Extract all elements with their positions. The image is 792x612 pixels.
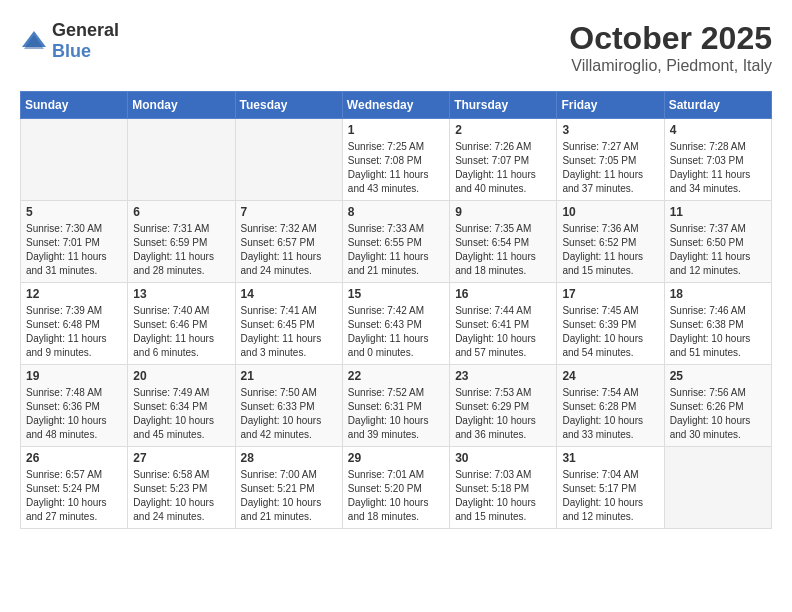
day-info: Sunrise: 7:45 AM Sunset: 6:39 PM Dayligh… [562, 304, 658, 360]
table-row [21, 119, 128, 201]
calendar-week-5: 26Sunrise: 6:57 AM Sunset: 5:24 PM Dayli… [21, 447, 772, 529]
header-saturday: Saturday [664, 92, 771, 119]
calendar-week-2: 5Sunrise: 7:30 AM Sunset: 7:01 PM Daylig… [21, 201, 772, 283]
header-thursday: Thursday [450, 92, 557, 119]
table-row: 31Sunrise: 7:04 AM Sunset: 5:17 PM Dayli… [557, 447, 664, 529]
logo-icon [20, 27, 48, 55]
day-info: Sunrise: 7:40 AM Sunset: 6:46 PM Dayligh… [133, 304, 229, 360]
table-row: 28Sunrise: 7:00 AM Sunset: 5:21 PM Dayli… [235, 447, 342, 529]
table-row: 15Sunrise: 7:42 AM Sunset: 6:43 PM Dayli… [342, 283, 449, 365]
calendar-week-4: 19Sunrise: 7:48 AM Sunset: 6:36 PM Dayli… [21, 365, 772, 447]
table-row [235, 119, 342, 201]
table-row: 22Sunrise: 7:52 AM Sunset: 6:31 PM Dayli… [342, 365, 449, 447]
table-row: 18Sunrise: 7:46 AM Sunset: 6:38 PM Dayli… [664, 283, 771, 365]
day-info: Sunrise: 7:35 AM Sunset: 6:54 PM Dayligh… [455, 222, 551, 278]
table-row: 25Sunrise: 7:56 AM Sunset: 6:26 PM Dayli… [664, 365, 771, 447]
day-number: 4 [670, 123, 766, 137]
table-row: 16Sunrise: 7:44 AM Sunset: 6:41 PM Dayli… [450, 283, 557, 365]
table-row: 30Sunrise: 7:03 AM Sunset: 5:18 PM Dayli… [450, 447, 557, 529]
day-info: Sunrise: 7:44 AM Sunset: 6:41 PM Dayligh… [455, 304, 551, 360]
logo: General Blue [20, 20, 119, 62]
day-number: 17 [562, 287, 658, 301]
day-info: Sunrise: 7:36 AM Sunset: 6:52 PM Dayligh… [562, 222, 658, 278]
table-row: 9Sunrise: 7:35 AM Sunset: 6:54 PM Daylig… [450, 201, 557, 283]
day-number: 7 [241, 205, 337, 219]
location-title: Villamiroglio, Piedmont, Italy [569, 57, 772, 75]
day-number: 12 [26, 287, 122, 301]
page-header: General Blue October 2025 Villamiroglio,… [20, 20, 772, 75]
title-block: October 2025 Villamiroglio, Piedmont, It… [569, 20, 772, 75]
day-info: Sunrise: 7:28 AM Sunset: 7:03 PM Dayligh… [670, 140, 766, 196]
day-number: 10 [562, 205, 658, 219]
day-number: 26 [26, 451, 122, 465]
header-friday: Friday [557, 92, 664, 119]
day-info: Sunrise: 7:03 AM Sunset: 5:18 PM Dayligh… [455, 468, 551, 524]
day-number: 1 [348, 123, 444, 137]
day-number: 14 [241, 287, 337, 301]
table-row: 23Sunrise: 7:53 AM Sunset: 6:29 PM Dayli… [450, 365, 557, 447]
day-info: Sunrise: 7:52 AM Sunset: 6:31 PM Dayligh… [348, 386, 444, 442]
day-info: Sunrise: 7:42 AM Sunset: 6:43 PM Dayligh… [348, 304, 444, 360]
header-sunday: Sunday [21, 92, 128, 119]
table-row: 6Sunrise: 7:31 AM Sunset: 6:59 PM Daylig… [128, 201, 235, 283]
table-row: 1Sunrise: 7:25 AM Sunset: 7:08 PM Daylig… [342, 119, 449, 201]
table-row: 12Sunrise: 7:39 AM Sunset: 6:48 PM Dayli… [21, 283, 128, 365]
calendar-table: Sunday Monday Tuesday Wednesday Thursday… [20, 91, 772, 529]
day-number: 9 [455, 205, 551, 219]
day-number: 28 [241, 451, 337, 465]
day-info: Sunrise: 7:33 AM Sunset: 6:55 PM Dayligh… [348, 222, 444, 278]
day-info: Sunrise: 7:32 AM Sunset: 6:57 PM Dayligh… [241, 222, 337, 278]
day-info: Sunrise: 7:31 AM Sunset: 6:59 PM Dayligh… [133, 222, 229, 278]
day-number: 18 [670, 287, 766, 301]
logo-general: General [52, 20, 119, 40]
table-row: 24Sunrise: 7:54 AM Sunset: 6:28 PM Dayli… [557, 365, 664, 447]
table-row [128, 119, 235, 201]
day-info: Sunrise: 7:50 AM Sunset: 6:33 PM Dayligh… [241, 386, 337, 442]
day-number: 5 [26, 205, 122, 219]
day-info: Sunrise: 7:56 AM Sunset: 6:26 PM Dayligh… [670, 386, 766, 442]
day-info: Sunrise: 7:46 AM Sunset: 6:38 PM Dayligh… [670, 304, 766, 360]
day-info: Sunrise: 7:27 AM Sunset: 7:05 PM Dayligh… [562, 140, 658, 196]
day-number: 11 [670, 205, 766, 219]
day-info: Sunrise: 7:25 AM Sunset: 7:08 PM Dayligh… [348, 140, 444, 196]
logo-text: General Blue [52, 20, 119, 62]
logo-blue: Blue [52, 41, 91, 61]
header-wednesday: Wednesday [342, 92, 449, 119]
table-row: 27Sunrise: 6:58 AM Sunset: 5:23 PM Dayli… [128, 447, 235, 529]
calendar-week-3: 12Sunrise: 7:39 AM Sunset: 6:48 PM Dayli… [21, 283, 772, 365]
day-number: 16 [455, 287, 551, 301]
day-info: Sunrise: 7:39 AM Sunset: 6:48 PM Dayligh… [26, 304, 122, 360]
calendar-header-row: Sunday Monday Tuesday Wednesday Thursday… [21, 92, 772, 119]
day-number: 22 [348, 369, 444, 383]
day-number: 8 [348, 205, 444, 219]
table-row: 17Sunrise: 7:45 AM Sunset: 6:39 PM Dayli… [557, 283, 664, 365]
day-number: 31 [562, 451, 658, 465]
table-row: 14Sunrise: 7:41 AM Sunset: 6:45 PM Dayli… [235, 283, 342, 365]
day-info: Sunrise: 7:48 AM Sunset: 6:36 PM Dayligh… [26, 386, 122, 442]
day-number: 27 [133, 451, 229, 465]
day-info: Sunrise: 6:58 AM Sunset: 5:23 PM Dayligh… [133, 468, 229, 524]
calendar-week-1: 1Sunrise: 7:25 AM Sunset: 7:08 PM Daylig… [21, 119, 772, 201]
day-number: 24 [562, 369, 658, 383]
day-info: Sunrise: 7:54 AM Sunset: 6:28 PM Dayligh… [562, 386, 658, 442]
table-row: 3Sunrise: 7:27 AM Sunset: 7:05 PM Daylig… [557, 119, 664, 201]
table-row: 19Sunrise: 7:48 AM Sunset: 6:36 PM Dayli… [21, 365, 128, 447]
day-info: Sunrise: 7:04 AM Sunset: 5:17 PM Dayligh… [562, 468, 658, 524]
table-row: 10Sunrise: 7:36 AM Sunset: 6:52 PM Dayli… [557, 201, 664, 283]
month-title: October 2025 [569, 20, 772, 57]
day-number: 2 [455, 123, 551, 137]
table-row: 2Sunrise: 7:26 AM Sunset: 7:07 PM Daylig… [450, 119, 557, 201]
day-number: 23 [455, 369, 551, 383]
table-row: 4Sunrise: 7:28 AM Sunset: 7:03 PM Daylig… [664, 119, 771, 201]
table-row: 26Sunrise: 6:57 AM Sunset: 5:24 PM Dayli… [21, 447, 128, 529]
table-row: 21Sunrise: 7:50 AM Sunset: 6:33 PM Dayli… [235, 365, 342, 447]
table-row: 7Sunrise: 7:32 AM Sunset: 6:57 PM Daylig… [235, 201, 342, 283]
table-row: 8Sunrise: 7:33 AM Sunset: 6:55 PM Daylig… [342, 201, 449, 283]
day-info: Sunrise: 6:57 AM Sunset: 5:24 PM Dayligh… [26, 468, 122, 524]
table-row: 20Sunrise: 7:49 AM Sunset: 6:34 PM Dayli… [128, 365, 235, 447]
day-number: 30 [455, 451, 551, 465]
day-info: Sunrise: 7:01 AM Sunset: 5:20 PM Dayligh… [348, 468, 444, 524]
day-info: Sunrise: 7:49 AM Sunset: 6:34 PM Dayligh… [133, 386, 229, 442]
day-number: 13 [133, 287, 229, 301]
day-number: 3 [562, 123, 658, 137]
